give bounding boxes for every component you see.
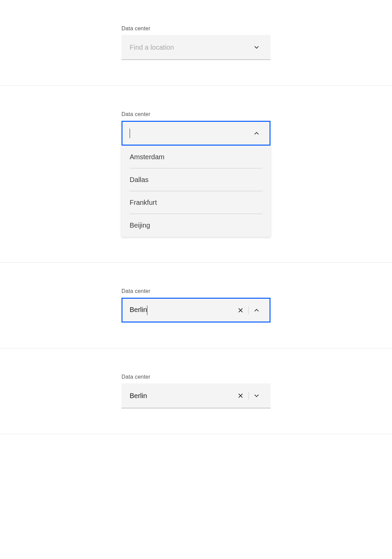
dropdown-option[interactable]: Frankfurt [121, 191, 271, 214]
chevron-down-icon [254, 393, 260, 399]
text-cursor [147, 306, 147, 315]
chevron-up-icon [254, 307, 260, 313]
combobox-default-section: Data center [0, 0, 392, 86]
dropdown-menu: Amsterdam Dallas Frankfurt Beijing [121, 146, 271, 237]
chevron-up-icon [254, 130, 260, 136]
chevron-down-icon [254, 44, 260, 50]
divider [248, 306, 249, 314]
chevron-down-button[interactable] [251, 42, 262, 53]
combobox-expanded[interactable] [121, 121, 271, 146]
chevron-up-button[interactable] [251, 128, 262, 139]
dropdown-option[interactable]: Beijing [121, 214, 271, 237]
combobox-expanded-section: Data center Amsterdam Dallas Frankfurt B… [0, 86, 392, 263]
clear-button[interactable] [235, 390, 246, 401]
field-label: Data center [121, 111, 271, 117]
divider [248, 392, 249, 400]
combobox-filled-section: Data center Berlin [0, 348, 392, 434]
combobox-filled[interactable]: Berlin [121, 383, 271, 408]
dropdown-option[interactable]: Dallas [121, 168, 271, 191]
clear-button[interactable] [235, 305, 246, 316]
combobox-filled-focused[interactable]: Berlin [121, 298, 271, 323]
combobox-input[interactable] [130, 44, 251, 51]
dropdown-option[interactable]: Amsterdam [121, 146, 271, 168]
field-label: Data center [121, 26, 271, 32]
close-icon [238, 307, 244, 313]
field-label: Data center [121, 374, 271, 380]
chevron-down-button[interactable] [251, 390, 262, 401]
combobox-default[interactable] [121, 35, 271, 60]
combobox-value: Berlin [130, 306, 235, 315]
chevron-up-button[interactable] [251, 305, 262, 316]
text-cursor [130, 129, 130, 138]
combobox-filled-focused-section: Data center Berlin [0, 263, 392, 348]
combobox-value: Berlin [130, 392, 235, 400]
close-icon [238, 393, 244, 399]
field-label: Data center [121, 288, 271, 294]
